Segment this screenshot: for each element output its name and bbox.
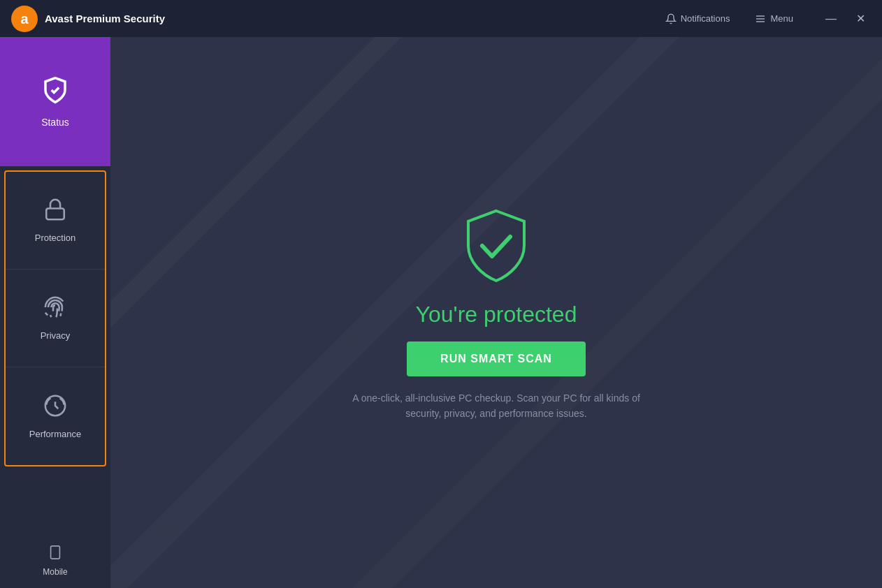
scan-description-text: A one-click, all-inclusive PC checkup. S…	[349, 390, 643, 422]
main-content: You're protected RUN SMART SCAN A one-cl…	[110, 37, 882, 588]
notifications-button[interactable]: Notifications	[660, 10, 736, 27]
center-panel: You're protected RUN SMART SCAN A one-cl…	[349, 204, 643, 422]
protected-shield-icon	[454, 204, 538, 288]
sidebar-group: Protection Privacy	[4, 170, 106, 466]
sidebar-performance-label: Performance	[29, 429, 81, 439]
sidebar-item-performance[interactable]: Performance	[6, 367, 105, 465]
mobile-icon	[48, 545, 63, 564]
titlebar: a Avast Premium Security Notifications M…	[0, 0, 882, 37]
sidebar-protection-label: Protection	[35, 233, 76, 243]
svg-rect-7	[51, 546, 60, 559]
sidebar-mobile-label: Mobile	[43, 567, 67, 577]
hamburger-icon	[755, 13, 766, 24]
speedometer-icon	[43, 394, 67, 423]
bell-icon	[665, 13, 677, 24]
sidebar-item-privacy[interactable]: Privacy	[6, 270, 105, 367]
app-body: Status Protection	[0, 37, 882, 588]
sidebar-item-status[interactable]: Status	[0, 37, 110, 166]
sidebar-footer: Mobile	[0, 536, 110, 588]
svg-rect-5	[46, 209, 64, 220]
svg-text:a: a	[20, 11, 29, 27]
sidebar-privacy-label: Privacy	[41, 330, 71, 341]
window-controls: — ✕	[820, 9, 871, 28]
titlebar-actions: Notifications Menu — ✕	[660, 9, 871, 28]
fingerprint-icon	[43, 295, 67, 325]
sidebar-status-label: Status	[41, 117, 69, 128]
close-button[interactable]: ✕	[851, 9, 871, 28]
protected-status-text: You're protected	[416, 302, 577, 328]
avast-logo: a	[11, 6, 38, 32]
shield-check-icon	[41, 75, 70, 111]
app-title: Avast Premium Security	[45, 13, 660, 24]
menu-button[interactable]: Menu	[749, 10, 799, 27]
minimize-button[interactable]: —	[820, 10, 842, 28]
sidebar: Status Protection	[0, 37, 110, 588]
run-smart-scan-button[interactable]: RUN SMART SCAN	[407, 341, 586, 376]
sidebar-item-mobile[interactable]: Mobile	[43, 545, 67, 577]
sidebar-item-protection[interactable]: Protection	[6, 172, 105, 270]
lock-icon	[43, 198, 67, 227]
